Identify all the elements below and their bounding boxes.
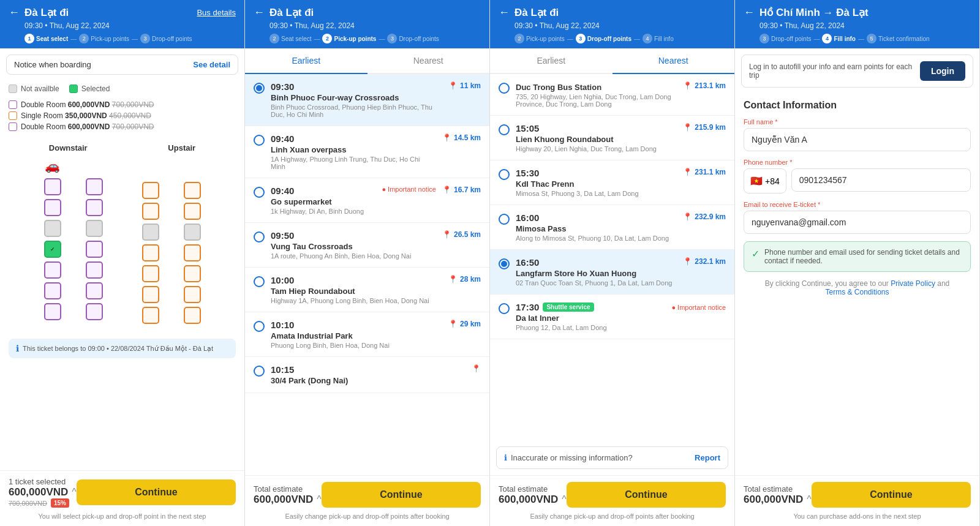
radio-dropoff-0[interactable] (499, 83, 510, 94)
seat-u14[interactable] (184, 307, 201, 324)
seat-d4[interactable] (86, 199, 103, 216)
radio-dropoff-4[interactable] (499, 258, 510, 269)
back-button-1[interactable]: ← (9, 6, 20, 19)
room-checkbox-double[interactable] (9, 100, 17, 109)
radio-pickup-6[interactable] (254, 366, 265, 377)
phone-input[interactable] (791, 168, 971, 192)
seat-u1[interactable] (142, 182, 159, 199)
dropoff-item-3[interactable]: 16:00 Mimosa Pass Along to Mimosa St, Ph… (490, 205, 734, 250)
price-main-1: 600,000VND (9, 486, 68, 498)
tab-nearest-3[interactable]: Nearest (612, 48, 735, 74)
terms-conditions-link[interactable]: Terms & Conditions (825, 288, 889, 296)
seat-u7[interactable] (142, 244, 159, 261)
pickup-list: 09:30 Binh Phuoc Four-way Crossroads Bin… (245, 74, 489, 475)
radio-pickup-4[interactable] (254, 276, 265, 287)
dropoff-item-5[interactable]: 17:30 Shuttle service ● Important notice… (490, 295, 734, 339)
radio-dropoff-3[interactable] (499, 214, 510, 225)
full-name-field: Full name * (744, 118, 971, 151)
seat-u9[interactable] (142, 265, 159, 282)
login-button[interactable]: Login (920, 61, 965, 81)
notice-bar: Notice when boarding See detail (6, 54, 238, 75)
step-bar-2: 2 Seat select — 2 Pick-up points — 3 Dro… (270, 34, 481, 43)
privacy-policy-link[interactable]: Private Policy (891, 279, 935, 288)
seat-u11[interactable] (142, 286, 159, 303)
report-link[interactable]: Report (695, 453, 720, 462)
header-title-2: Đà Lạt đi (270, 6, 481, 19)
tab-nearest-2[interactable]: Nearest (368, 48, 490, 73)
bus-layout: Downstair Upstair 🚗 (0, 137, 244, 334)
legend-box-selected (69, 85, 78, 93)
seat-d2[interactable] (86, 178, 103, 195)
radio-pickup-3[interactable] (254, 231, 265, 242)
pickup-item-1[interactable]: 09:40 Linh Xuan overpass 1A Highway, Phu… (245, 126, 489, 178)
full-name-input[interactable] (744, 128, 971, 151)
continue-btn-4[interactable]: Continue (812, 482, 971, 508)
back-button-3[interactable]: ← (499, 6, 510, 19)
pickup-item-6[interactable]: 10:15 30/4 Park (Dong Nai) 📍 (245, 357, 489, 393)
dropoff-item-1[interactable]: 15:05 Lien Khuong Roundabout Highway 20,… (490, 116, 734, 160)
pickup-item-0[interactable]: 09:30 Binh Phuoc Four-way Crossroads Bin… (245, 74, 489, 126)
back-button-4[interactable]: ← (744, 6, 755, 19)
continue-btn-3[interactable]: Continue (567, 482, 726, 508)
step-1-pickup: 2 Pick-up points (79, 34, 129, 43)
continue-btn-2[interactable]: Continue (322, 482, 481, 508)
tab-earliest-2[interactable]: Earliest (245, 48, 368, 74)
radio-dropoff-1[interactable] (499, 124, 510, 135)
dropoff-item-0[interactable]: Duc Trong Bus Station 735, 20 Highway, L… (490, 74, 734, 116)
bottom-note-1: You will select pick-up and drop-off poi… (9, 513, 236, 520)
seat-d1[interactable] (44, 178, 61, 195)
seat-u3[interactable] (142, 203, 159, 220)
dist-icon-0: 📍 (448, 81, 458, 90)
seat-d5 (44, 220, 61, 237)
bus-details-link[interactable]: Bus details (197, 8, 236, 17)
driver-seat: 🚗 (44, 157, 61, 175)
radio-dropoff-2[interactable] (499, 169, 510, 180)
pickup-item-2[interactable]: 09:40 ● Important notice Go supermarket … (245, 178, 489, 223)
continue-btn-1[interactable]: Continue (77, 479, 236, 505)
pickup-item-4[interactable]: 10:00 Tam Hiep Roundabout Highway 1A, Ph… (245, 268, 489, 312)
dropoff-tabs: Earliest Nearest (490, 48, 734, 74)
country-code-select[interactable]: 🇻🇳 +84 (744, 168, 786, 193)
dropoff-item-4[interactable]: 16:50 Langfarm Store Ho Xuan Huong 02 Tr… (490, 250, 734, 295)
downstair-floor: 🚗 (31, 157, 116, 328)
price-caret-2: ^ (317, 494, 322, 505)
seat-u8[interactable] (184, 244, 201, 261)
seat-d8[interactable] (86, 241, 103, 258)
info-icon: ℹ (16, 344, 19, 353)
seat-u10[interactable] (184, 265, 201, 282)
legend: Not availble Selected (0, 81, 244, 97)
header-1: ← Đà Lạt đi Bus details 09:30 • Thu, Aug… (0, 0, 244, 48)
dropoff-item-2[interactable]: 15:30 Kdl Thac Prenn Mimosa St, Phuong 3… (490, 160, 734, 205)
back-button-2[interactable]: ← (254, 6, 265, 19)
seat-d10[interactable] (86, 261, 103, 279)
seat-u4[interactable] (184, 203, 201, 220)
room-option-single: Single Room 350,000VND 450,000VND (9, 111, 236, 120)
panel-pickup: ← Đà Lạt đi 09:30 • Thu, Aug 22, 2024 2 … (245, 0, 490, 526)
seat-d12[interactable] (86, 282, 103, 299)
pickup-item-5[interactable]: 10:10 Amata Industrial Park Phuong Long … (245, 312, 489, 357)
radio-dropoff-5[interactable] (499, 303, 510, 314)
seat-u13[interactable] (142, 307, 159, 324)
seat-u2[interactable] (184, 182, 201, 199)
seat-d7-selected[interactable]: ✓ (44, 241, 61, 258)
notice-see-detail[interactable]: See detail (193, 60, 230, 69)
seat-d3[interactable] (44, 199, 61, 216)
email-input[interactable] (744, 211, 971, 234)
room-checkbox-single[interactable] (9, 111, 17, 120)
step-4-dropoff: 3 Drop-off points (760, 34, 811, 43)
pickup-item-3[interactable]: 09:50 Vung Tau Crossroads 1A route, Phuo… (245, 223, 489, 268)
seat-u12[interactable] (184, 286, 201, 303)
legend-unavailable: Not availble (9, 85, 59, 93)
radio-pickup-2[interactable] (254, 187, 265, 198)
radio-pickup-1[interactable] (254, 135, 265, 146)
seat-d14[interactable] (86, 303, 103, 320)
seat-d9[interactable] (44, 261, 61, 279)
tab-earliest-3[interactable]: Earliest (490, 48, 612, 73)
seat-d13[interactable] (44, 303, 61, 320)
room-checkbox-double2[interactable] (9, 122, 17, 131)
radio-pickup-0[interactable] (254, 83, 265, 94)
radio-pickup-5[interactable] (254, 321, 265, 332)
seat-d11[interactable] (44, 282, 61, 299)
bottom-bar-4: Total estimate 600,000VND ^ Continue You… (735, 475, 979, 526)
header-4: ← Hồ Chí Minh → Đà Lạt 09:30 • Thu, Aug … (735, 0, 979, 48)
